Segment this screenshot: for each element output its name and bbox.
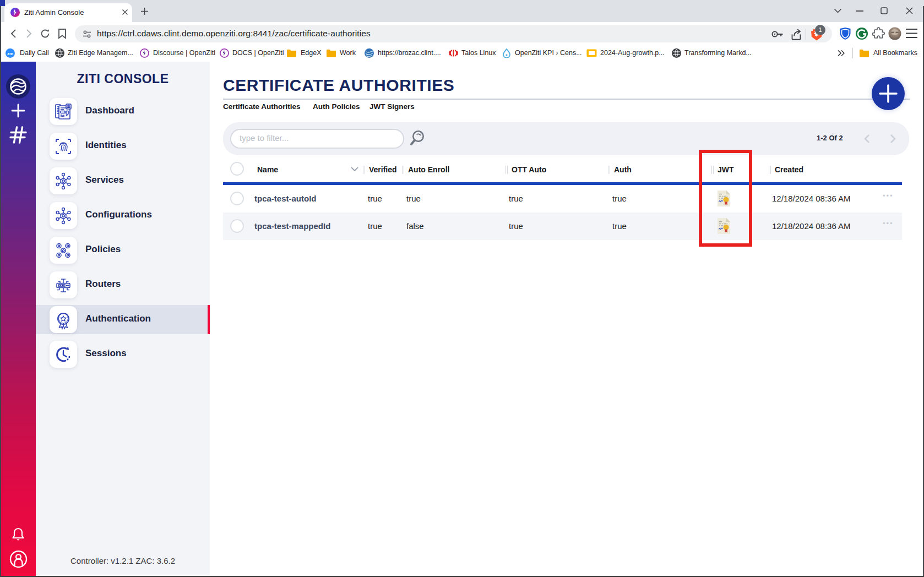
svg-text:zm: zm (7, 51, 13, 56)
